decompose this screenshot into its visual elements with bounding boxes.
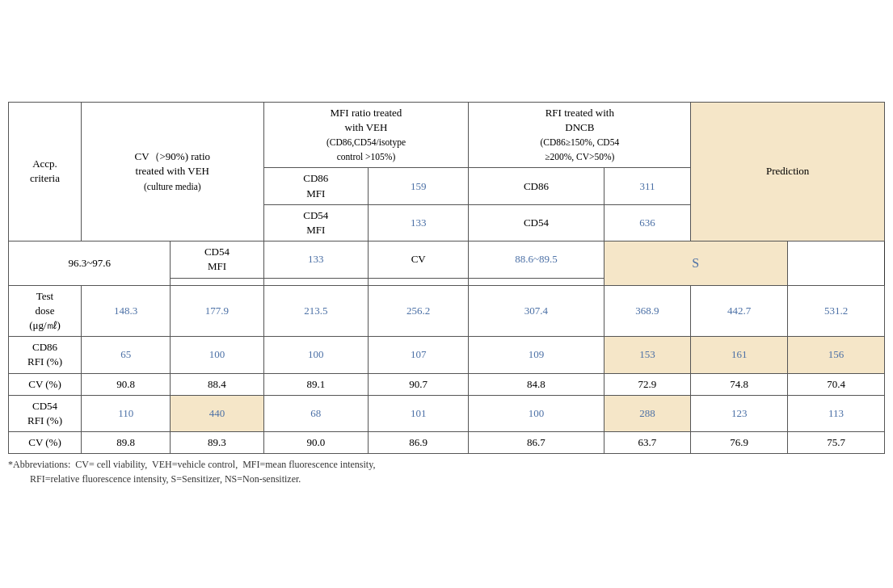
cd86-rfi-6: 161	[691, 337, 788, 373]
accp-criteria-header: Accp.criteria	[9, 102, 82, 242]
dose-5: 368.9	[604, 285, 691, 337]
cv1-7: 70.4	[788, 373, 885, 395]
cv1-1: 88.4	[171, 373, 263, 395]
cd54-mfi-label2: CD54MFI	[171, 242, 263, 278]
cd54-rfi-0: 110	[82, 395, 171, 431]
dose-1: 177.9	[171, 285, 263, 337]
footnote: *Abbreviations: CV= cell viability, VEH=…	[8, 457, 885, 486]
cd86-mfi-value: 159	[369, 168, 469, 204]
dose-6: 442.7	[691, 285, 788, 337]
cd86-rfi-3: 107	[369, 337, 469, 373]
dose-0: 148.3	[82, 285, 171, 337]
cd86-rfi-4: 109	[469, 337, 604, 373]
cv2-5: 63.7	[604, 432, 691, 454]
empty4	[469, 278, 604, 285]
cv1-6: 74.8	[691, 373, 788, 395]
data-table: Accp.criteria CV（>90%) ratiotreated with…	[8, 102, 885, 455]
cd86-rfi-1: 100	[171, 337, 263, 373]
empty3	[369, 278, 469, 285]
mfi-ratio-header: MFI ratio treatedwith VEH(CD86,CD54/isot…	[263, 102, 469, 168]
cd86-dncb-label: CD86	[469, 168, 604, 204]
cv1-3: 90.7	[369, 373, 469, 395]
cv1-2: 89.1	[263, 373, 369, 395]
dose-4: 307.4	[469, 285, 604, 337]
cd54-rfi-1: 440	[171, 395, 263, 431]
dose-7: 531.2	[788, 285, 885, 337]
cd54-mfi-val2: 133	[263, 242, 369, 278]
empty1	[171, 278, 263, 285]
cv2-4: 86.7	[469, 432, 604, 454]
cd86-rfi-label: CD86RFI (%)	[9, 337, 82, 373]
prediction-s: S	[604, 242, 788, 285]
cd54-mfi-value: 133	[369, 204, 469, 241]
main-container: Accp.criteria CV（>90%) ratiotreated with…	[8, 102, 885, 487]
cd54-dncb-value: 636	[604, 204, 691, 241]
dose-3: 256.2	[369, 285, 469, 337]
cd54-rfi-7: 113	[788, 395, 885, 431]
test-dose-label: Testdose(μg/㎖)	[9, 285, 82, 337]
cd54-rfi-6: 123	[691, 395, 788, 431]
cv1-0: 90.8	[82, 373, 171, 395]
cd86-rfi-0: 65	[82, 337, 171, 373]
cv1-label: CV (%)	[9, 373, 82, 395]
empty2	[263, 278, 369, 285]
cv1-5: 72.9	[604, 373, 691, 395]
cd54-rfi-label: CD54RFI (%)	[9, 395, 82, 431]
cv-range-value: 96.3~97.6	[9, 242, 171, 285]
cd54-rfi-4: 100	[469, 395, 604, 431]
cd86-mfi-label: CD86MFI	[263, 168, 369, 204]
cv-dncb-value: 88.6~89.5	[469, 242, 604, 278]
cd54-dncb-label: CD54	[469, 204, 604, 241]
dose-2: 213.5	[263, 285, 369, 337]
cd54-mfi-label: CD54MFI	[263, 204, 369, 241]
cd86-dncb-value: 311	[604, 168, 691, 204]
cd54-rfi-2: 68	[263, 395, 369, 431]
cv2-6: 76.9	[691, 432, 788, 454]
cv2-2: 90.0	[263, 432, 369, 454]
cv-dncb-label: CV	[369, 242, 469, 278]
cd54-rfi-3: 101	[369, 395, 469, 431]
cv2-label: CV (%)	[9, 432, 82, 454]
cv2-7: 75.7	[788, 432, 885, 454]
cv2-0: 89.8	[82, 432, 171, 454]
cd86-rfi-2: 100	[263, 337, 369, 373]
cv1-4: 84.8	[469, 373, 604, 395]
cv-ratio-header: CV（>90%) ratiotreated with VEH(culture m…	[82, 102, 264, 242]
cd54-rfi-5: 288	[604, 395, 691, 431]
prediction-header: Prediction	[691, 102, 885, 242]
cd86-rfi-7: 156	[788, 337, 885, 373]
rfi-dncb-header: RFI treated withDNCB(CD86≥150%, CD54≥200…	[469, 102, 691, 168]
cv2-3: 86.9	[369, 432, 469, 454]
cd86-rfi-5: 153	[604, 337, 691, 373]
cv2-1: 89.3	[171, 432, 263, 454]
